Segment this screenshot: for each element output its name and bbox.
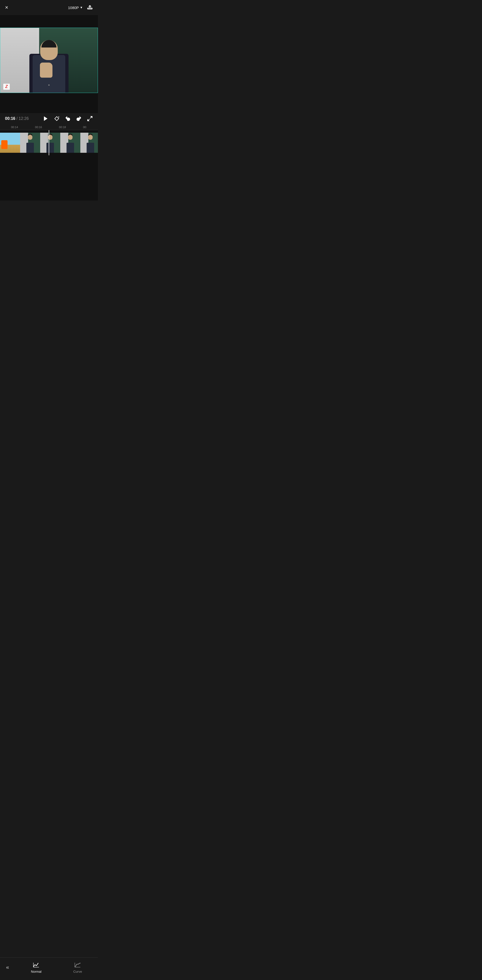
thumb-head-1 [28, 135, 32, 140]
thumb-body-3 [67, 143, 74, 153]
export-button[interactable] [87, 4, 93, 11]
bottom-spacer [0, 93, 98, 113]
svg-text:+: + [58, 116, 60, 118]
timeline-track[interactable]: + [0, 130, 98, 155]
thumbnail-person-1[interactable] [20, 133, 40, 153]
undo-icon [65, 116, 71, 122]
thumbnail-person-3[interactable] [60, 133, 80, 153]
top-spacer [0, 15, 98, 28]
thumb-inner-1 [20, 133, 40, 153]
ruler-marks: 00:14 00:16 00:18 00: [0, 126, 98, 129]
thumb-inner-3 [60, 133, 80, 153]
thumbnail-person-4[interactable] [80, 133, 98, 153]
close-button[interactable]: × [5, 5, 8, 10]
thumb-inner-4 [80, 133, 98, 153]
watermark: Z [3, 84, 10, 90]
thumb-head-3 [68, 135, 73, 140]
time-controls: 00:16 / 12:26 + [5, 116, 93, 122]
export-icon [87, 4, 93, 10]
mic-dot [48, 84, 50, 86]
resolution-label: 1080P [68, 6, 79, 10]
cartoon-character [1, 140, 8, 149]
ruler-time-2: 00:16 [35, 126, 42, 129]
playback-controls: 00:16 / 12:26 + [0, 113, 98, 124]
close-icon: × [5, 4, 8, 11]
redo-button[interactable] [76, 116, 82, 122]
time-display: 00:16 / 12:26 [5, 116, 29, 121]
keyframe-button[interactable]: + [54, 116, 60, 122]
fullscreen-button[interactable] [87, 116, 93, 122]
ruler-time-1: 00:14 [11, 126, 18, 129]
person-head [40, 40, 58, 60]
playback-buttons: + [43, 116, 93, 122]
current-time: 00:16 [5, 116, 15, 121]
video-preview-container[interactable]: Z [0, 28, 98, 93]
thumb-head-4 [88, 135, 93, 140]
resolution-chevron-icon: ▼ [80, 6, 83, 9]
thumb-body-1 [26, 143, 34, 153]
svg-rect-1 [87, 8, 92, 9]
ruler-time-4: 00: [83, 126, 87, 129]
thumbnail-person-2[interactable] [40, 133, 60, 153]
fullscreen-icon [87, 116, 93, 122]
total-time: 12:26 [19, 116, 29, 121]
thumb-body-2 [46, 143, 54, 153]
hand-gesture [40, 62, 52, 78]
person-figure [26, 32, 71, 93]
resolution-button[interactable]: 1080P ▼ [68, 6, 83, 10]
keyframe-icon: + [54, 116, 60, 122]
watermark-text: Z [5, 84, 8, 89]
redo-icon [76, 116, 82, 122]
top-bar: × 1080P ▼ [0, 0, 98, 15]
svg-marker-2 [44, 116, 48, 121]
timeline-bottom-area [0, 155, 98, 200]
time-separator: / [16, 116, 17, 121]
play-icon [43, 116, 49, 122]
thumb-body-4 [87, 143, 94, 153]
ruler-time-3: 00:18 [59, 126, 66, 129]
undo-button[interactable] [65, 116, 71, 122]
playhead [49, 130, 49, 155]
top-right-controls: 1080P ▼ [68, 4, 93, 11]
thumb-inner-2 [40, 133, 60, 153]
play-button[interactable] [43, 116, 49, 122]
timeline-ruler: 00:14 00:16 00:18 00: [0, 124, 98, 130]
video-preview: Z [0, 28, 98, 93]
thumbnail-cartoon[interactable] [0, 133, 20, 153]
person-hair [41, 40, 57, 48]
timeline-area[interactable]: 00:14 00:16 00:18 00: [0, 124, 98, 200]
